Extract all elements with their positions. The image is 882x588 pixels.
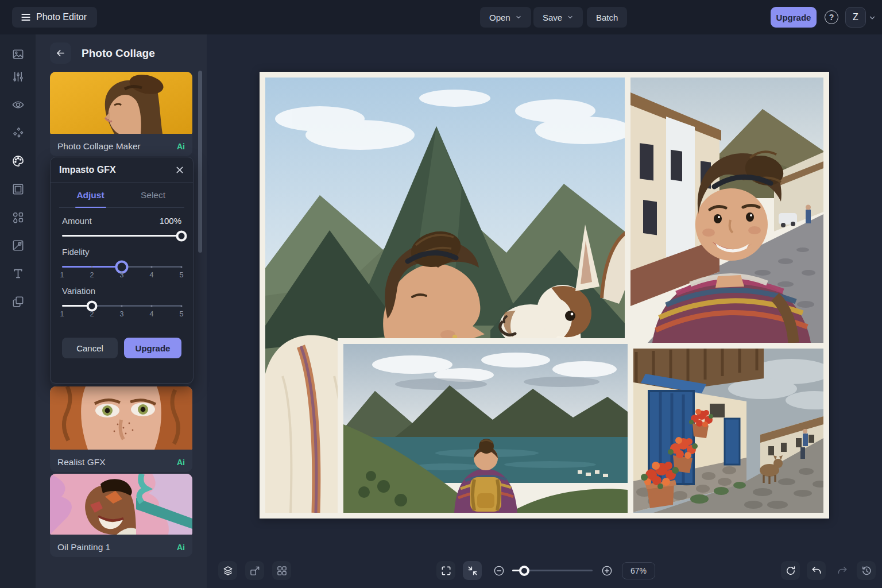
- back-button[interactable]: [50, 42, 71, 64]
- layers-icon: [222, 565, 234, 577]
- texture-icon: [11, 239, 25, 252]
- arrow-left-icon: [55, 48, 66, 59]
- account-avatar[interactable]: Z: [845, 7, 866, 28]
- reset-icon: [785, 565, 796, 577]
- ai-badge: Ai: [177, 458, 185, 467]
- open-button[interactable]: Open: [480, 7, 531, 28]
- impasto-gfx-popup: Impasto GFX Adjust Select Amount 100% Fi…: [50, 157, 194, 384]
- zoom-out-button[interactable]: [489, 561, 508, 580]
- collage-photo-street-portrait[interactable]: [630, 78, 823, 343]
- variation-slider[interactable]: [62, 305, 181, 307]
- panel-title: Photo Collage: [82, 47, 155, 60]
- close-icon: [175, 165, 184, 175]
- zoom-slider-thumb[interactable]: [519, 566, 529, 576]
- amount-slider-thumb[interactable]: [176, 230, 187, 241]
- tools-panel: Photo Collage Photo Collage Maker Ai: [36, 34, 207, 588]
- redo-icon: [837, 565, 848, 577]
- fidelity-slider[interactable]: [62, 266, 181, 268]
- help-icon: ?: [825, 10, 838, 24]
- card-realist-gfx[interactable]: Realist GFX Ai: [50, 386, 192, 472]
- sidebar-item-graphics[interactable]: [0, 203, 36, 231]
- variation-ticks: 1 2 3 4 5: [62, 310, 181, 319]
- sidebar-item-touch-up[interactable]: [0, 91, 36, 119]
- oil-painting-1-thumbnail: [50, 474, 192, 537]
- variation-label: Variation: [62, 286, 181, 296]
- sidebar-item-effects[interactable]: [0, 119, 36, 147]
- card-label: Realist GFX: [57, 457, 106, 467]
- tab-select[interactable]: Select: [122, 183, 184, 207]
- photo-collage-maker-thumbnail: [50, 72, 192, 136]
- main-menu-button[interactable]: Photo Editor: [12, 7, 97, 28]
- sidebar-item-text[interactable]: [0, 260, 36, 288]
- redo-button[interactable]: [833, 561, 852, 580]
- fullscreen-icon: [440, 565, 452, 577]
- collage-photo-lake-frame: [338, 338, 633, 519]
- sidebar-item-layers[interactable]: [0, 288, 36, 316]
- undo-button[interactable]: [807, 561, 826, 580]
- popup-title: Impasto GFX: [59, 165, 116, 175]
- card-label: Oil Painting 1: [57, 542, 110, 552]
- app-title: Photo Editor: [36, 12, 87, 22]
- palette-icon: [11, 154, 25, 168]
- resize-button[interactable]: [245, 561, 264, 580]
- close-button[interactable]: [175, 165, 184, 175]
- sidebar-item-adjustments[interactable]: [0, 63, 36, 91]
- undo-icon: [811, 565, 822, 577]
- account-chevron-down-icon[interactable]: [868, 14, 876, 22]
- amount-label: Amount: [62, 216, 92, 226]
- card-label: Photo Collage Maker: [57, 141, 141, 152]
- image-icon: [11, 48, 25, 61]
- ai-badge: Ai: [177, 142, 185, 151]
- sidebar-item-frames[interactable]: [0, 175, 36, 203]
- resize-icon: [249, 565, 261, 577]
- panel-scrollbar[interactable]: [198, 71, 202, 253]
- collage-photo-lake[interactable]: [343, 344, 628, 513]
- fidelity-label: Fidelity: [62, 247, 181, 257]
- shapes-icon: [11, 211, 25, 224]
- batch-button[interactable]: Batch: [587, 7, 627, 28]
- fit-to-screen-button[interactable]: [463, 561, 482, 580]
- sliders-icon: [11, 70, 25, 83]
- zoom-level-value[interactable]: 67%: [622, 562, 655, 579]
- history-button[interactable]: [857, 561, 876, 580]
- eye-icon: [11, 98, 25, 111]
- amount-value: 100%: [160, 216, 181, 226]
- fit-screen-icon: [467, 565, 478, 577]
- cancel-button[interactable]: Cancel: [62, 338, 118, 358]
- card-oil-painting-1[interactable]: Oil Painting 1 Ai: [50, 474, 192, 557]
- save-button[interactable]: Save: [533, 7, 583, 28]
- collage-photo-blue-door-street[interactable]: [630, 349, 823, 513]
- amount-slider[interactable]: [62, 235, 181, 237]
- sparkles-icon: [11, 126, 25, 140]
- popup-upgrade-button[interactable]: Upgrade: [124, 338, 181, 358]
- top-bar: Photo Editor Open Save Batch Upgrade ? Z: [0, 0, 882, 34]
- ai-badge: Ai: [177, 543, 185, 552]
- chevron-down-icon: [515, 14, 522, 21]
- fidelity-ticks: 1 2 3 4 5: [62, 271, 181, 280]
- overlap-icon: [11, 295, 25, 308]
- zoom-out-icon: [493, 565, 505, 577]
- zoom-in-icon: [601, 565, 613, 577]
- upgrade-button[interactable]: Upgrade: [771, 7, 817, 28]
- frame-icon: [11, 183, 25, 196]
- zoom-in-button[interactable]: [597, 561, 616, 580]
- help-button[interactable]: ?: [822, 7, 841, 28]
- reset-button[interactable]: [781, 561, 800, 580]
- workspace: 67%: [207, 34, 882, 588]
- collage-canvas: [260, 72, 829, 519]
- hamburger-icon: [20, 11, 32, 23]
- text-icon: [11, 267, 25, 280]
- zoom-slider[interactable]: [512, 570, 593, 571]
- card-photo-collage-maker[interactable]: Photo Collage Maker Ai: [50, 72, 192, 156]
- grid-view-button[interactable]: [272, 561, 291, 580]
- sidebar-item-textures[interactable]: [0, 231, 36, 260]
- chevron-down-icon: [567, 14, 574, 21]
- history-icon: [861, 565, 872, 577]
- tool-rail: [0, 34, 36, 588]
- grid-icon: [276, 565, 288, 577]
- tab-adjust[interactable]: Adjust: [59, 183, 122, 207]
- fullscreen-button[interactable]: [436, 561, 455, 580]
- sidebar-item-artsy[interactable]: [0, 147, 36, 175]
- layers-button[interactable]: [218, 561, 237, 580]
- realist-gfx-thumbnail: [50, 386, 192, 452]
